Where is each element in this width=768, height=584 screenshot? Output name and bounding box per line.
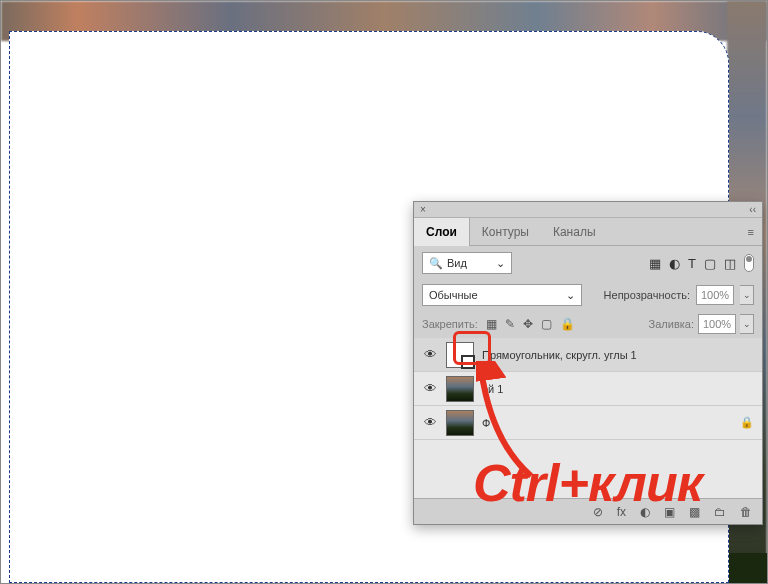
panel-menu-icon[interactable]: ≡ [740, 226, 762, 238]
layer-name: Прямоугольник, скругл. углы 1 [482, 349, 637, 361]
trash-icon[interactable]: 🗑 [740, 505, 752, 519]
collapse-icon[interactable]: ‹‹ [749, 204, 756, 215]
lock-all-icon[interactable]: 🔒 [560, 317, 575, 331]
opacity-label: Непрозрачность: [604, 289, 690, 301]
lock-transparent-icon[interactable]: ▦ [486, 317, 497, 331]
chevron-down-icon: ⌄ [496, 257, 505, 270]
search-icon: 🔍 [429, 257, 443, 270]
filter-icons: ▦ ◐ T ▢ ◫ [649, 254, 754, 272]
fill-label: Заливка: [649, 318, 694, 330]
blend-row: Обычные ⌄ Непрозрачность: 100% ⌄ [414, 280, 762, 310]
tab-paths[interactable]: Контуры [470, 218, 541, 246]
lock-artboard-icon[interactable]: ▢ [541, 317, 552, 331]
visibility-eye-icon[interactable]: 👁 [422, 347, 438, 362]
layers-list: 👁 Прямоугольник, скругл. углы 1 👁 ой 1 👁… [414, 338, 762, 498]
visibility-eye-icon[interactable]: 👁 [422, 381, 438, 396]
lock-icons: ▦ ✎ ✥ ▢ 🔒 [486, 317, 575, 331]
filter-shape-icon[interactable]: ▢ [704, 256, 716, 271]
lock-pixels-icon[interactable]: ✎ [505, 317, 515, 331]
layer-thumbnail[interactable] [446, 376, 474, 402]
fx-icon[interactable]: fx [617, 505, 626, 519]
panel-tabs: Слои Контуры Каналы ≡ [414, 218, 762, 246]
visibility-eye-icon[interactable]: 👁 [422, 415, 438, 430]
filter-kind-select[interactable]: 🔍 Вид ⌄ [422, 252, 512, 274]
tab-layers[interactable]: Слои [414, 218, 470, 246]
layer-row[interactable]: 👁 Ф 🔒 [414, 406, 762, 440]
opacity-chevron[interactable]: ⌄ [740, 285, 754, 305]
filter-type-icon[interactable]: T [688, 256, 696, 271]
layer-name: ой 1 [482, 383, 503, 395]
layer-name: Ф [482, 417, 490, 429]
layer-row[interactable]: 👁 ой 1 [414, 372, 762, 406]
layers-panel: × ‹‹ Слои Контуры Каналы ≡ 🔍 Вид ⌄ ▦ ◐ T… [413, 201, 763, 525]
close-icon[interactable]: × [420, 204, 426, 215]
layer-row[interactable]: 👁 Прямоугольник, скругл. углы 1 [414, 338, 762, 372]
filter-adjust-icon[interactable]: ◐ [669, 256, 680, 271]
blend-mode-select[interactable]: Обычные ⌄ [422, 284, 582, 306]
lock-position-icon[interactable]: ✥ [523, 317, 533, 331]
adjustment-icon[interactable]: ▣ [664, 505, 675, 519]
tab-channels[interactable]: Каналы [541, 218, 608, 246]
lock-icon: 🔒 [740, 416, 754, 429]
opacity-value[interactable]: 100% [696, 285, 734, 305]
mask-icon[interactable]: ◐ [640, 505, 650, 519]
layer-thumbnail[interactable] [446, 342, 474, 368]
new-layer-icon[interactable]: 🗀 [714, 505, 726, 519]
layer-thumbnail[interactable] [446, 410, 474, 436]
lock-row: Закрепить: ▦ ✎ ✥ ▢ 🔒 Заливка: 100% ⌄ [414, 310, 762, 338]
fill-chevron[interactable]: ⌄ [740, 314, 754, 334]
lock-label: Закрепить: [422, 318, 478, 330]
fill-value[interactable]: 100% [698, 314, 736, 334]
filter-row: 🔍 Вид ⌄ ▦ ◐ T ▢ ◫ [414, 246, 762, 280]
filter-smart-icon[interactable]: ◫ [724, 256, 736, 271]
blend-mode-value: Обычные [429, 289, 478, 301]
panel-header: × ‹‹ [414, 202, 762, 218]
filter-pixel-icon[interactable]: ▦ [649, 256, 661, 271]
chevron-down-icon: ⌄ [566, 289, 575, 302]
filter-kind-label: Вид [447, 257, 467, 269]
group-icon[interactable]: ▩ [689, 505, 700, 519]
link-icon[interactable]: ⊘ [593, 505, 603, 519]
filter-toggle[interactable] [744, 254, 754, 272]
panel-bottom: ⊘ fx ◐ ▣ ▩ 🗀 🗑 [414, 498, 762, 524]
